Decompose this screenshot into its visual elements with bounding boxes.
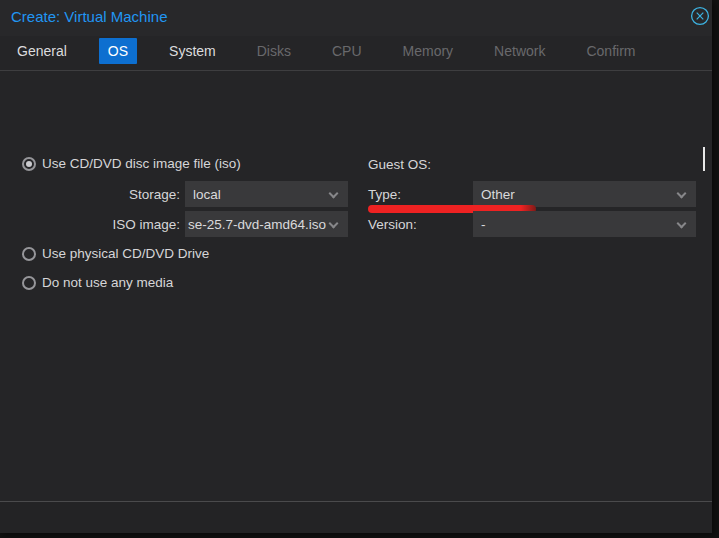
wizard-tab-bar: General OS System Disks CPU Memory Netwo… xyxy=(8,38,644,64)
storage-value: local xyxy=(185,187,221,202)
tab-os[interactable]: OS xyxy=(99,38,137,64)
storage-label: Storage: xyxy=(60,187,180,202)
type-label: Type: xyxy=(368,187,401,202)
tab-memory: Memory xyxy=(394,38,463,64)
storage-select[interactable]: local xyxy=(185,181,348,207)
create-vm-dialog: Create: Virtual Machine General OS Syste… xyxy=(0,0,712,533)
radio-no-media-label: Do not use any media xyxy=(42,275,173,290)
scrollbar-thumb[interactable] xyxy=(703,147,705,171)
chevron-down-icon xyxy=(329,219,339,229)
version-label: Version: xyxy=(368,217,417,232)
close-icon xyxy=(690,6,710,26)
radio-use-iso[interactable] xyxy=(22,157,36,171)
dialog-title: Create: Virtual Machine xyxy=(11,8,167,25)
tab-confirm: Confirm xyxy=(577,38,644,64)
tab-disks: Disks xyxy=(248,38,300,64)
radio-use-physical-drive[interactable] xyxy=(22,247,36,261)
guest-os-heading: Guest OS: xyxy=(368,157,431,172)
close-button[interactable] xyxy=(690,6,710,26)
tab-cpu: CPU xyxy=(323,38,371,64)
tab-system[interactable]: System xyxy=(160,38,225,64)
os-panel: Use CD/DVD disc image file (iso) Storage… xyxy=(0,71,712,501)
dialog-header: Create: Virtual Machine xyxy=(0,0,712,36)
iso-image-select[interactable]: se-25.7-dvd-amd64.iso xyxy=(185,211,348,237)
iso-image-value: se-25.7-dvd-amd64.iso xyxy=(188,217,326,232)
tab-general[interactable]: General xyxy=(8,38,76,64)
tab-network: Network xyxy=(485,38,554,64)
radio-use-iso-label: Use CD/DVD disc image file (iso) xyxy=(42,156,241,171)
guest-os-version-select[interactable]: - xyxy=(473,211,696,237)
chevron-down-icon xyxy=(329,189,339,199)
guest-os-version-value: - xyxy=(473,217,486,232)
guest-os-type-value: Other xyxy=(473,187,515,202)
screen: Create: Virtual Machine General OS Syste… xyxy=(0,0,719,538)
radio-row-physical[interactable]: Use physical CD/DVD Drive xyxy=(22,246,209,261)
radio-use-physical-drive-label: Use physical CD/DVD Drive xyxy=(42,246,209,261)
radio-row-no-media[interactable]: Do not use any media xyxy=(22,275,173,290)
chevron-down-icon xyxy=(677,189,687,199)
guest-os-type-select[interactable]: Other xyxy=(473,181,696,207)
radio-no-media[interactable] xyxy=(22,276,36,290)
footer-bar: Advanced ✓ Back Next xyxy=(0,502,712,533)
chevron-down-icon xyxy=(677,219,687,229)
radio-row-iso[interactable]: Use CD/DVD disc image file (iso) xyxy=(22,156,241,171)
iso-image-label: ISO image: xyxy=(60,217,180,232)
